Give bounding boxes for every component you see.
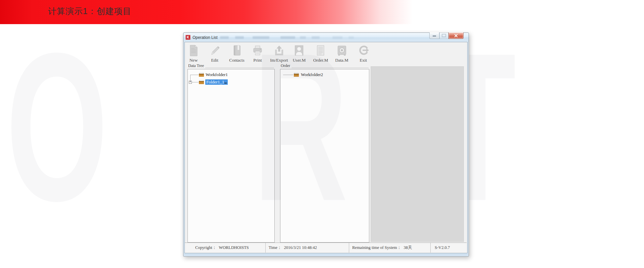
group-data-tree: Data Tree [187, 68, 274, 68]
status-remaining-label: Remaining time of System： [352, 245, 401, 251]
watermark-letter-o: O [6, 47, 108, 207]
detail-placeholder-panel [371, 66, 464, 242]
toolbar-label: Data.M [335, 58, 348, 63]
close-icon [454, 34, 458, 38]
toolbar-label: Exit [357, 58, 370, 63]
ghost-text [280, 36, 295, 39]
ghost-text [220, 36, 229, 39]
ghost-text [348, 36, 354, 39]
data-safe-icon [335, 44, 348, 57]
ghost-text [235, 36, 244, 39]
operation-list-window: K Operation List New [183, 32, 469, 257]
user-icon [293, 44, 306, 57]
toolbar-button-print[interactable]: Print [251, 44, 264, 63]
group-label-data-tree: Data Tree [187, 64, 205, 68]
tree-line [192, 82, 199, 82]
slide-title: 计算演示1：创建项目 [48, 6, 131, 17]
toolbar-button-contacts[interactable]: Contacts [229, 44, 245, 63]
tree-line [190, 75, 199, 75]
expand-plus-icon[interactable]: + [189, 81, 192, 84]
toolbar-button-userm[interactable]: User.M [293, 44, 306, 63]
toolbar-button-new[interactable]: New [187, 44, 200, 63]
order-panel: Workfolder2 [280, 69, 369, 243]
status-version: S-V2.0.7 [431, 243, 467, 253]
toolbar-label: Order.M [313, 58, 328, 63]
close-button[interactable] [448, 32, 464, 39]
status-remaining: Remaining time of System： 38天 [349, 243, 431, 253]
status-remaining-value: 38天 [404, 245, 412, 251]
status-copyright: Copyright： WORLDHOISTS [185, 243, 266, 253]
toolbar-label: Contacts [229, 58, 245, 63]
maximize-button[interactable] [439, 32, 448, 39]
toolbar-label: Im/Export [270, 58, 288, 63]
maximize-icon [442, 34, 446, 37]
status-copyright-value: WORLDHOISTS [219, 245, 249, 250]
tree-item-label: Folder1_1 [206, 79, 224, 84]
group-label-order: Order [280, 64, 291, 68]
new-document-icon [187, 44, 200, 57]
exit-arrow-icon [357, 44, 370, 57]
data-tree-panel: Workfolder1 + Folder1_1 [187, 69, 275, 243]
minimize-button[interactable] [429, 32, 439, 39]
minimize-icon [433, 36, 436, 37]
status-version-value: S-V2.0.7 [435, 245, 450, 250]
window-client-area: New Edit Contacts [184, 42, 468, 253]
caption-buttons [429, 32, 464, 39]
tree-item-workfolder1[interactable]: Workfolder1 [206, 72, 228, 77]
slide-banner: 计算演示1：创建项目 [0, 0, 644, 24]
toolbar-button-imexport[interactable]: Im/Export [270, 44, 288, 63]
printer-icon [251, 44, 264, 57]
toolbar-label: New [187, 58, 200, 63]
toolbar-button-datam[interactable]: Data.M [335, 44, 348, 63]
contacts-book-icon [230, 44, 243, 57]
group-order: Order [280, 68, 369, 68]
app-logo-icon: K [185, 35, 191, 40]
toolbar-button-orderm[interactable]: Order.M [313, 44, 328, 63]
folder-icon [293, 72, 299, 77]
ghost-text [300, 36, 306, 39]
status-bar: Copyright： WORLDHOISTS Time： 2016/3/21 1… [185, 243, 467, 253]
toolbar-button-exit[interactable]: Exit [357, 44, 370, 63]
toolbar-label: Print [251, 58, 264, 63]
status-time: Time： 2016/3/21 10:48:42 [266, 243, 349, 253]
toolbar-label: User.M [293, 58, 306, 63]
toolbar-label: Edit [208, 58, 221, 63]
status-time-value: 2016/3/21 10:48:42 [284, 245, 317, 250]
tree-item-workfolder2[interactable]: Workfolder2 [301, 72, 323, 77]
window-title: Operation List [193, 35, 218, 40]
import-export-icon [273, 44, 285, 57]
edit-caret [224, 83, 227, 83]
tree-item-folder1-1-selected[interactable]: Folder1_1 [205, 79, 228, 85]
ghost-text [332, 36, 342, 39]
status-time-label: Time： [269, 245, 281, 251]
status-copyright-label: Copyright： [195, 245, 216, 251]
ghost-text [312, 36, 320, 39]
order-document-icon [314, 44, 327, 57]
folder-icon [199, 80, 204, 84]
folder-icon [199, 72, 204, 77]
window-titlebar[interactable]: K Operation List [183, 33, 469, 42]
tree-line [283, 75, 293, 75]
ghost-text [253, 36, 269, 39]
edit-pencil-icon [208, 44, 221, 57]
toolbar-button-edit[interactable]: Edit [208, 44, 221, 63]
